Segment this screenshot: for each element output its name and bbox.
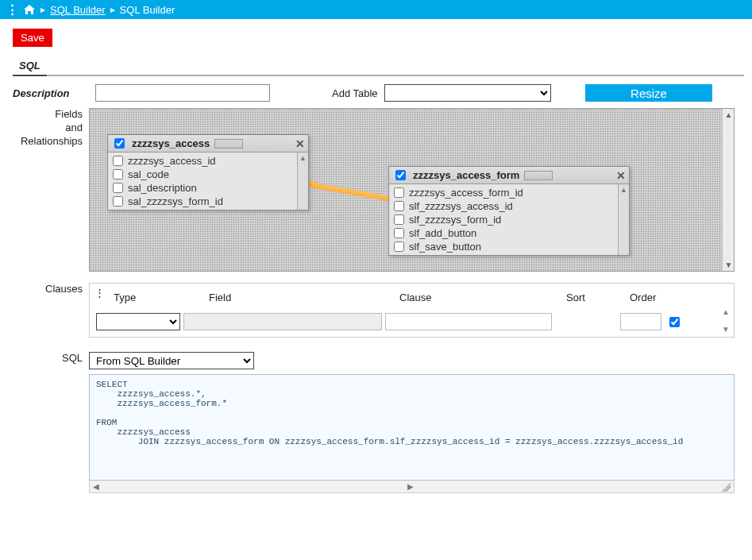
clause-type-select[interactable] — [96, 313, 180, 330]
clause-enabled-checkbox[interactable] — [669, 317, 680, 327]
scrollbar[interactable]: ▲ ▼ — [722, 109, 735, 271]
column-checkbox[interactable] — [113, 169, 123, 180]
column-checkbox[interactable] — [394, 228, 404, 238]
fields-rels-label: Fields and Relationships — [13, 108, 89, 149]
breadcrumb-link[interactable]: SQL Builder — [50, 4, 106, 16]
column-name: slf_zzzzsys_access_id — [409, 200, 513, 212]
table-column-row[interactable]: slf_save_button — [389, 240, 629, 253]
column-name: sal_description — [128, 182, 197, 194]
column-checkbox[interactable] — [394, 201, 404, 211]
table-column-row[interactable]: sal_zzzzsys_form_id — [108, 195, 308, 208]
scrollbar[interactable]: ▲ — [297, 153, 308, 210]
column-checkbox[interactable] — [394, 214, 404, 225]
scroll-left-icon[interactable]: ◀ — [93, 482, 99, 491]
clauses-header: Type Field Clause Sort Order — [96, 288, 727, 313]
top-bar: ⋮ ▸ SQL Builder ▸ SQL Builder — [0, 0, 752, 19]
col-clause: Clause — [399, 292, 566, 303]
scrollbar[interactable]: ▲ ▼ — [719, 307, 732, 334]
column-checkbox[interactable] — [394, 187, 404, 198]
column-checkbox[interactable] — [394, 241, 404, 252]
column-checkbox[interactable] — [113, 156, 123, 166]
clauses-label: Clauses — [13, 283, 89, 296]
column-checkbox[interactable] — [113, 196, 123, 207]
column-checkbox[interactable] — [113, 183, 123, 193]
table-column-row[interactable]: zzzzsys_access_form_id — [389, 186, 629, 199]
table-column-row[interactable]: sal_description — [108, 181, 308, 195]
clauses-row — [96, 313, 727, 330]
clause-order-input[interactable] — [620, 313, 661, 330]
scroll-right-icon[interactable]: ▶ — [407, 482, 414, 491]
scroll-down-icon[interactable]: ▼ — [725, 261, 733, 269]
column-name: sal_code — [128, 168, 169, 180]
table-name: zzzzsys_access_form — [413, 169, 519, 181]
menu-icon[interactable]: ⋮ — [94, 287, 105, 299]
breadcrumb-current: SQL Builder — [120, 4, 175, 16]
col-sort: Sort — [566, 292, 630, 303]
table-column-row[interactable]: slf_add_button — [389, 226, 629, 240]
table-window-zzzzsys-access[interactable]: zzzzsys_access ✕ zzzzsys_access_id sal_c… — [107, 134, 309, 210]
table-titlebar[interactable]: zzzzsys_access ✕ — [108, 135, 308, 153]
scrollbar[interactable]: ▲ — [618, 184, 629, 255]
sql-textarea[interactable] — [89, 374, 735, 481]
add-table-select[interactable] — [384, 84, 551, 102]
table-window-zzzzsys-access-form[interactable]: zzzzsys_access_form ✕ zzzzsys_access_for… — [388, 166, 630, 256]
scroll-down-icon[interactable]: ▼ — [722, 325, 730, 334]
clause-value-input[interactable] — [385, 313, 552, 330]
tab-sql[interactable]: SQL — [13, 58, 47, 76]
description-label: Description — [13, 87, 89, 99]
add-table-label: Add Table — [332, 87, 378, 99]
table-drag-handle[interactable] — [214, 139, 243, 149]
scroll-up-icon[interactable]: ▲ — [722, 307, 730, 316]
table-select-all-checkbox[interactable] — [395, 170, 406, 180]
col-order: Order — [630, 292, 693, 303]
relationship-canvas[interactable]: zzzzsys_access ✕ zzzzsys_access_id sal_c… — [89, 108, 735, 272]
table-select-all-checkbox[interactable] — [114, 138, 125, 149]
tab-bar: SQL — [13, 58, 744, 76]
table-titlebar[interactable]: zzzzsys_access_form ✕ — [389, 167, 629, 184]
menu-icon[interactable]: ⋮ — [5, 2, 20, 17]
table-drag-handle[interactable] — [524, 171, 553, 180]
table-column-row[interactable]: zzzzsys_access_id — [108, 154, 308, 168]
column-name: sal_zzzzsys_form_id — [128, 195, 223, 207]
close-icon[interactable]: ✕ — [616, 170, 626, 181]
col-type: Type — [114, 292, 209, 303]
table-column-row[interactable]: slf_zzzzsys_form_id — [389, 213, 629, 226]
breadcrumb-sep-2: ▸ — [110, 4, 115, 15]
sql-source-select[interactable]: From SQL Builder — [89, 352, 254, 369]
relation-connector — [311, 183, 398, 203]
column-name: zzzzsys_access_id — [128, 155, 216, 167]
save-button[interactable]: Save — [13, 29, 52, 47]
clause-field-input[interactable] — [183, 313, 382, 330]
description-input[interactable] — [95, 84, 270, 102]
sql-label: SQL — [13, 352, 89, 365]
table-column-row[interactable]: slf_zzzzsys_access_id — [389, 199, 629, 213]
resize-grip-icon[interactable] — [721, 482, 731, 492]
column-name: slf_add_button — [409, 227, 476, 239]
table-column-row[interactable]: sal_code — [108, 168, 308, 181]
column-name: slf_save_button — [409, 241, 481, 253]
resize-button[interactable]: Resize — [585, 84, 712, 102]
column-name: slf_zzzzsys_form_id — [409, 214, 501, 226]
col-field: Field — [209, 292, 399, 303]
scroll-up-icon[interactable]: ▲ — [725, 110, 733, 119]
column-name: zzzzsys_access_form_id — [409, 187, 523, 199]
horizontal-scrollbar[interactable]: ◀ ▶ — [89, 481, 735, 493]
close-icon[interactable]: ✕ — [295, 138, 305, 149]
home-icon[interactable] — [23, 4, 36, 15]
breadcrumb-sep-1: ▸ — [40, 4, 45, 15]
clauses-panel: ⋮ Type Field Clause Sort Order ▲ ▼ — [89, 283, 735, 338]
table-name: zzzzsys_access — [132, 137, 210, 149]
